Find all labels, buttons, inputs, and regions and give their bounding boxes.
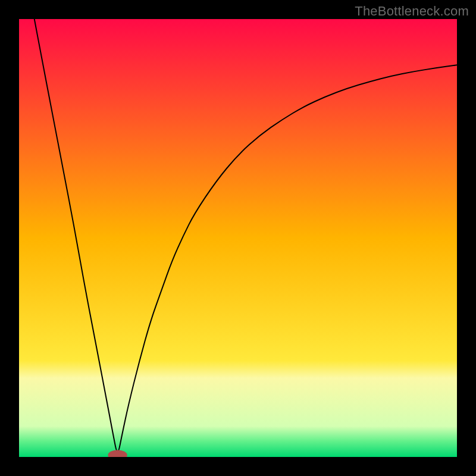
watermark-text: TheBottleneck.com (355, 4, 469, 19)
chart-svg (19, 19, 457, 457)
gradient-background (19, 19, 457, 457)
plot-area (19, 19, 457, 457)
chart-frame: TheBottleneck.com (0, 0, 476, 476)
